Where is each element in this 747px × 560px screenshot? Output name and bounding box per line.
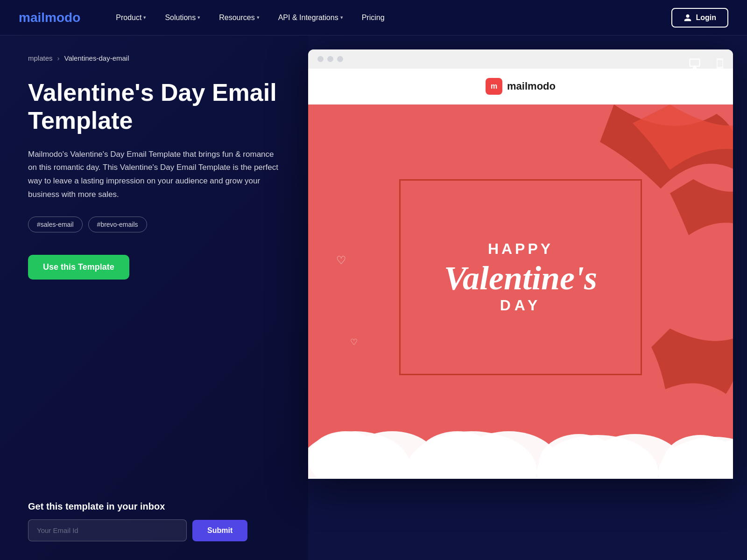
svg-text:♡: ♡ [692,447,709,468]
email-logo: m mailmodo [486,78,556,95]
email-preview-panel: m mailmodo HAPPY [308,35,747,560]
main-content: mplates › Valentines-day-email Valentine… [0,35,747,560]
valentines-frame: HAPPY Valentine's DAY [399,179,642,375]
desktop-view-button[interactable] [685,54,704,76]
navbar: mailmodo Product ▾ Solutions ▾ Resources… [0,0,747,35]
browser-dot-close [317,56,324,62]
brand-logo[interactable]: mailmodo [19,10,80,25]
submit-button[interactable]: Submit [192,520,247,541]
tags-container: #sales-email #brevo-emails [28,217,285,232]
desktop-icon [688,57,701,70]
valentines-card: HAPPY Valentine's DAY ♡ ♡ [308,105,733,478]
chevron-down-icon: ▾ [340,14,343,21]
browser-dot-maximize [337,56,343,62]
mobile-icon [714,58,726,69]
mailmodo-logo-icon: m [486,78,502,95]
email-preview-window: m mailmodo HAPPY [308,49,733,479]
breadcrumb: mplates › Valentines-day-email [28,54,285,62]
browser-dot-minimize [327,56,333,62]
email-header: m mailmodo [308,69,733,105]
heart-decoration-2: ♡ [350,337,358,347]
view-toggle [685,54,728,76]
hero-description: Mailmodo's Valentine's Day Email Templat… [28,148,285,202]
page-title: Valentine's Day Email Template [28,79,285,135]
valentines-text: Valentine's [444,261,597,295]
nav-item-resources[interactable]: Resources ▾ [211,10,267,26]
breadcrumb-separator: › [57,54,60,62]
inbox-section: Get this template in your inbox Submit [28,501,285,541]
day-text: DAY [500,297,542,314]
nav-item-api[interactable]: API & Integrations ▾ [271,10,351,26]
use-template-button[interactable]: Use this Template [28,255,129,280]
inbox-form: Submit [28,519,285,541]
nav-item-product[interactable]: Product ▾ [108,10,154,26]
user-icon [684,14,692,22]
login-button[interactable]: Login [671,8,728,28]
heart-decoration-1: ♡ [336,254,346,267]
tag-sales-email[interactable]: #sales-email [28,217,83,232]
clouds-decoration: ♡ [308,385,733,478]
breadcrumb-current: Valentines-day-email [64,54,129,62]
nav-links: Product ▾ Solutions ▾ Resources ▾ API & … [108,10,671,26]
happy-text: HAPPY [488,240,553,258]
nav-item-pricing[interactable]: Pricing [354,10,392,26]
inbox-label: Get this template in your inbox [28,501,285,512]
email-input[interactable] [28,519,187,541]
chevron-down-icon: ▾ [197,14,200,21]
breadcrumb-parent[interactable]: mplates [28,54,53,62]
chevron-down-icon: ▾ [257,14,260,21]
nav-item-solutions[interactable]: Solutions ▾ [157,10,208,26]
left-panel: mplates › Valentines-day-email Valentine… [0,35,308,560]
browser-bar [308,49,733,69]
mobile-view-button[interactable] [712,54,728,76]
chevron-down-icon: ▾ [143,14,146,21]
tag-brevo-emails[interactable]: #brevo-emails [88,217,147,232]
